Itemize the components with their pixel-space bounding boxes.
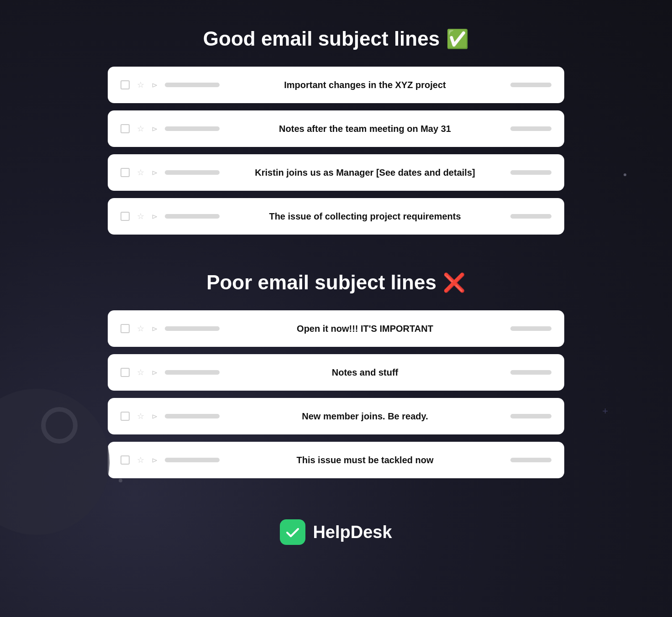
good-emoji: ✅	[446, 28, 469, 50]
checkbox-3[interactable]	[121, 168, 130, 177]
forward-icon-1: ⊳	[152, 81, 158, 89]
checkbox-6[interactable]	[121, 368, 130, 377]
poor-email-row-4: ☆ ⊳ This issue must be tackled now	[108, 442, 564, 478]
helpdesk-logo-svg	[285, 524, 300, 540]
checkbox-1[interactable]	[121, 80, 130, 89]
placeholder-bar-8	[165, 458, 220, 462]
star-icon-7[interactable]: ☆	[137, 411, 144, 421]
forward-icon-6: ⊳	[152, 368, 158, 377]
bg-decoration-ring	[41, 407, 78, 444]
good-email-row-1: ☆ ⊳ Important changes in the XYZ project	[108, 67, 564, 103]
poor-email-list: ☆ ⊳ Open it now!!! IT'S IMPORTANT ☆ ⊳ No…	[108, 310, 564, 478]
good-email-list: ☆ ⊳ Important changes in the XYZ project…	[108, 67, 564, 235]
placeholder-bar-1	[165, 83, 220, 87]
forward-icon-4: ⊳	[152, 212, 158, 221]
good-subject-2: Notes after the team meeting on May 31	[227, 124, 503, 134]
star-icon-4[interactable]: ☆	[137, 211, 144, 221]
placeholder-bar-5	[165, 326, 220, 331]
good-subject-3: Kristin joins us as Manager [See dates a…	[227, 167, 503, 178]
good-email-row-2: ☆ ⊳ Notes after the team meeting on May …	[108, 110, 564, 147]
checkbox-8[interactable]	[121, 455, 130, 465]
good-subject-1: Important changes in the XYZ project	[227, 80, 503, 90]
checkbox-7[interactable]	[121, 412, 130, 421]
good-email-row-4: ☆ ⊳ The issue of collecting project requ…	[108, 198, 564, 235]
bg-decoration-dot-2	[624, 173, 626, 176]
poor-email-row-3: ☆ ⊳ New member joins. Be ready.	[108, 398, 564, 434]
logo-area: HelpDesk	[280, 519, 392, 545]
helpdesk-logo-icon	[280, 519, 305, 545]
placeholder-bar-6	[165, 370, 220, 375]
end-bar-6	[510, 370, 551, 375]
poor-email-row-2: ☆ ⊳ Notes and stuff	[108, 354, 564, 391]
good-title-text: Good email subject lines	[203, 27, 440, 50]
poor-subject-2: Notes and stuff	[227, 367, 503, 378]
checkbox-2[interactable]	[121, 124, 130, 133]
bg-decoration-plus: +	[602, 406, 608, 416]
poor-subject-4: This issue must be tackled now	[227, 455, 503, 465]
checkbox-4[interactable]	[121, 212, 130, 221]
placeholder-bar-7	[165, 414, 220, 418]
end-bar-3	[510, 170, 551, 175]
end-bar-5	[510, 326, 551, 331]
good-subject-4: The issue of collecting project requirem…	[227, 211, 503, 222]
end-bar-7	[510, 414, 551, 418]
poor-emoji: ❌	[443, 272, 466, 293]
poor-title-text: Poor email subject lines	[206, 271, 436, 294]
poor-email-row-1: ☆ ⊳ Open it now!!! IT'S IMPORTANT	[108, 310, 564, 347]
end-bar-4	[510, 214, 551, 219]
forward-icon-8: ⊳	[152, 456, 158, 465]
end-bar-2	[510, 126, 551, 131]
star-icon-5[interactable]: ☆	[137, 324, 144, 334]
star-icon-1[interactable]: ☆	[137, 80, 144, 90]
bg-decoration-dot-1	[119, 479, 122, 482]
helpdesk-logo-text: HelpDesk	[313, 523, 392, 542]
forward-icon-5: ⊳	[152, 324, 158, 333]
poor-subject-1: Open it now!!! IT'S IMPORTANT	[227, 324, 503, 334]
placeholder-bar-2	[165, 126, 220, 131]
star-icon-2[interactable]: ☆	[137, 124, 144, 134]
star-icon-8[interactable]: ☆	[137, 455, 144, 465]
placeholder-bar-4	[165, 214, 220, 219]
end-bar-1	[510, 83, 551, 87]
forward-icon-7: ⊳	[152, 412, 158, 421]
star-icon-6[interactable]: ☆	[137, 367, 144, 377]
main-content: Good email subject lines ✅ ☆ ⊳ Important…	[108, 27, 564, 545]
end-bar-8	[510, 458, 551, 462]
checkbox-5[interactable]	[121, 324, 130, 333]
forward-icon-2: ⊳	[152, 125, 158, 133]
good-section-title: Good email subject lines ✅	[203, 27, 469, 50]
placeholder-bar-3	[165, 170, 220, 175]
forward-icon-3: ⊳	[152, 168, 158, 177]
poor-section-title: Poor email subject lines ❌	[206, 271, 466, 294]
poor-subject-3: New member joins. Be ready.	[227, 411, 503, 422]
good-email-row-3: ☆ ⊳ Kristin joins us as Manager [See dat…	[108, 154, 564, 191]
star-icon-3[interactable]: ☆	[137, 167, 144, 178]
